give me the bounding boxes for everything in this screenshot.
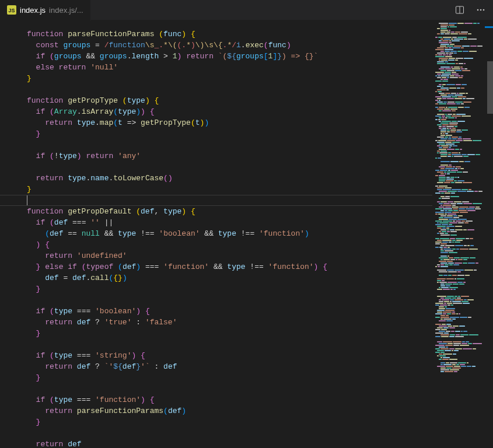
code-content[interactable]: function parseFunctionParams (func) { co… bbox=[27, 29, 432, 448]
tab-bar: JS index.js index.js/... bbox=[0, 0, 493, 20]
tab-filename: index.js bbox=[20, 6, 46, 15]
code-editor[interactable]: function parseFunctionParams (func) { co… bbox=[0, 20, 432, 448]
js-file-icon: JS bbox=[7, 5, 16, 15]
text-cursor bbox=[27, 195, 27, 205]
svg-point-5 bbox=[480, 9, 482, 11]
svg-text:JS: JS bbox=[8, 8, 15, 13]
minimap-canvas bbox=[435, 23, 482, 373]
editor-area: function parseFunctionParams (func) { co… bbox=[0, 20, 493, 448]
split-editor-icon[interactable] bbox=[453, 4, 466, 16]
more-icon[interactable] bbox=[474, 4, 487, 16]
editor-tab[interactable]: JS index.js index.js/... bbox=[0, 0, 91, 20]
tab-description: index.js/... bbox=[49, 6, 83, 15]
scrollbar-thumb[interactable] bbox=[487, 61, 493, 114]
svg-point-4 bbox=[477, 9, 479, 11]
minimap[interactable] bbox=[432, 20, 485, 448]
svg-point-6 bbox=[483, 9, 485, 11]
overview-marker bbox=[485, 26, 493, 28]
tab-actions bbox=[453, 4, 493, 16]
vertical-scrollbar[interactable] bbox=[485, 20, 493, 448]
